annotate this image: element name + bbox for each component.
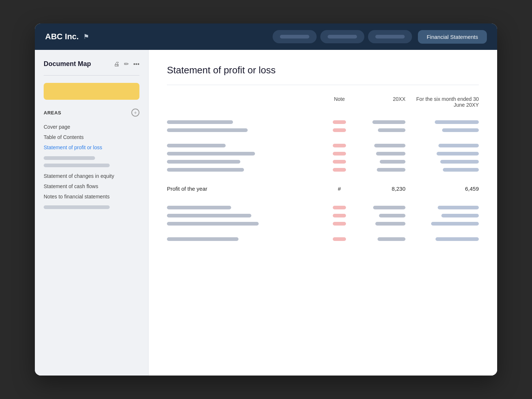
row-value-bar	[372, 120, 405, 124]
row-value-bar2	[431, 222, 479, 226]
table-row	[167, 166, 479, 174]
row-label-bar	[167, 214, 251, 217]
row-note-bar	[333, 160, 346, 164]
section-gap	[167, 174, 479, 181]
profit-value2: 6,459	[405, 186, 479, 192]
row-value-bar	[378, 128, 405, 132]
row-label-bar	[167, 120, 233, 124]
table-row	[167, 220, 479, 228]
table-row	[167, 158, 479, 166]
row-value-bar2	[440, 160, 479, 164]
row-value-bar	[375, 222, 405, 226]
sidebar: Document Map 🖨 ✏ ••• AREAS + Cover page …	[35, 50, 149, 376]
table-header: Note 20XX For the six month ended 30 Jun…	[167, 96, 479, 112]
col-note: Note	[325, 96, 354, 108]
table-row	[167, 212, 479, 220]
page-title: Statement of profit or loss	[167, 65, 479, 76]
table-row	[167, 118, 479, 126]
sidebar-item-cashflows[interactable]: Statement of cash flows	[44, 181, 139, 191]
app-window: ABC Inc. ⚑ Financial Statements Document…	[35, 23, 497, 376]
main-content: Document Map 🖨 ✏ ••• AREAS + Cover page …	[35, 50, 497, 376]
row-label-bar	[167, 222, 259, 226]
sidebar-yellow-block	[44, 83, 139, 100]
table-row	[167, 204, 479, 212]
row-value-bar	[377, 168, 405, 172]
row-value-bar2	[443, 168, 479, 172]
blurred-nav-item-1	[44, 156, 95, 160]
sidebar-item-profit-loss[interactable]: Statement of profit or loss	[44, 142, 139, 153]
table-row	[167, 150, 479, 158]
sidebar-divider	[44, 75, 139, 76]
row-label-bar	[167, 144, 226, 147]
row-note-bar	[333, 152, 346, 155]
flag-icon: ⚑	[83, 33, 89, 41]
table-row	[167, 126, 479, 134]
profit-row: Profit of the year # 8,230 6,459	[167, 181, 479, 196]
row-label-bar	[167, 206, 231, 209]
row-value-bar	[374, 144, 405, 147]
profit-label: Profit of the year	[167, 186, 325, 192]
row-note-bar	[333, 144, 346, 147]
main-area: Statement of profit or loss Note 20XX Fo…	[149, 50, 497, 376]
row-label-bar	[167, 168, 244, 172]
tab-1-bar	[280, 35, 309, 39]
col-period: For the six month ended 30 June 20XY	[405, 96, 479, 108]
row-value-bar2	[441, 214, 479, 217]
tab-3[interactable]	[368, 30, 412, 43]
sidebar-item-notes[interactable]: Notes to financial statements	[44, 191, 139, 202]
row-value-bar2	[442, 128, 479, 132]
table-row	[167, 142, 479, 150]
row-label-bar	[167, 237, 238, 241]
profit-value1: 8,230	[354, 186, 405, 192]
sidebar-item-toc[interactable]: Table of Contents	[44, 132, 139, 142]
profit-note: #	[325, 186, 354, 192]
row-label-bar	[167, 160, 240, 164]
more-icon[interactable]: •••	[133, 61, 139, 67]
tab-3-bar	[375, 35, 405, 39]
sidebar-title: Document Map	[44, 60, 109, 68]
row-note-bar	[333, 222, 346, 226]
row-note-bar	[333, 237, 346, 241]
col-description	[167, 96, 325, 108]
row-value-bar2	[435, 120, 479, 124]
table-row	[167, 235, 479, 243]
financial-table: Note 20XX For the six month ended 30 Jun…	[167, 96, 479, 243]
row-value-bar2	[438, 144, 479, 147]
areas-label: AREAS	[44, 110, 61, 116]
row-note-bar	[333, 168, 346, 172]
row-value-bar2	[438, 206, 479, 209]
header: ABC Inc. ⚑ Financial Statements	[35, 23, 497, 50]
header-tabs	[273, 30, 412, 43]
row-value-bar2	[437, 152, 479, 155]
row-label-bar	[167, 152, 255, 155]
tab-financial-statements[interactable]: Financial Statements	[418, 30, 487, 44]
row-note-bar	[333, 206, 346, 209]
tab-1[interactable]	[273, 30, 317, 43]
row-note-bar	[333, 128, 346, 132]
row-value-bar	[373, 206, 405, 209]
print-icon[interactable]: 🖨	[114, 61, 120, 67]
row-note-bar	[333, 120, 346, 124]
blurred-nav-item-2	[44, 164, 110, 167]
tab-2-bar	[328, 35, 357, 39]
row-value-bar	[380, 160, 405, 164]
app-title: ABC Inc.	[45, 32, 79, 41]
sidebar-header: Document Map 🖨 ✏ •••	[44, 60, 139, 68]
tab-2[interactable]	[320, 30, 364, 43]
col-year: 20XX	[354, 96, 405, 108]
row-label-bar	[167, 128, 248, 132]
header-logo: ABC Inc. ⚑	[45, 32, 89, 41]
row-value-bar	[378, 237, 405, 241]
section-gap	[167, 196, 479, 204]
sidebar-item-equity[interactable]: Statement of changes in equity	[44, 171, 139, 181]
row-value-bar	[379, 214, 405, 217]
content-divider	[167, 85, 479, 85]
row-value-bar2	[436, 237, 479, 241]
section-gap	[167, 134, 479, 142]
areas-header: AREAS +	[44, 109, 139, 117]
section-gap	[167, 228, 479, 235]
edit-icon[interactable]: ✏	[124, 61, 129, 67]
sidebar-item-cover[interactable]: Cover page	[44, 122, 139, 132]
row-value-bar	[376, 152, 405, 155]
add-area-button[interactable]: +	[131, 109, 139, 117]
